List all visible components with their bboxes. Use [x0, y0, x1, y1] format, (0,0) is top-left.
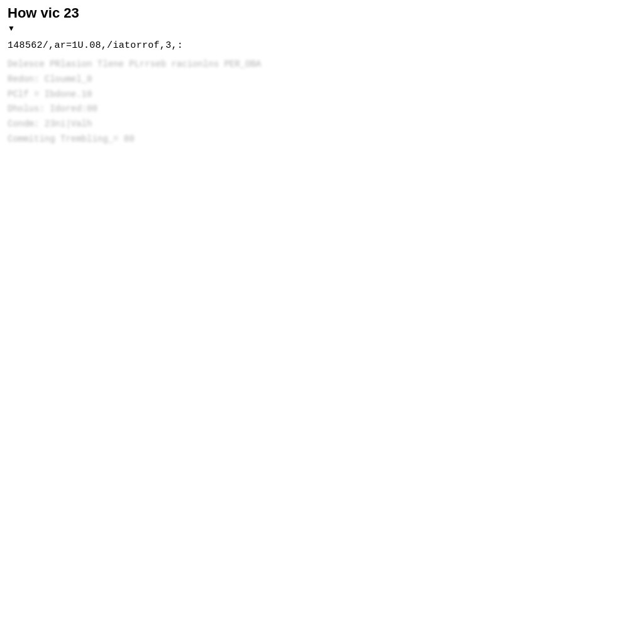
detail-line-3: PClf = Ibdone.10	[8, 87, 636, 103]
detail-line-1: Delesce PRlasion Tlene PLrrseb racionlns…	[8, 57, 636, 72]
page-title: How vic 23	[8, 5, 636, 21]
detail-line-4: Dholus: Idored:00	[8, 102, 636, 117]
detail-line-6: Commiting Trembling_= 80	[8, 132, 636, 147]
detail-line-5: Condm: 23ni|Valh	[8, 117, 636, 132]
dropdown-arrow[interactable]: ▼	[8, 24, 636, 33]
detail-line-2: Redon: Cloumel_0	[8, 72, 636, 87]
code-line: 148562/,ar=1U.08,/iatorrof,3,:	[8, 40, 636, 51]
detail-block: Delesce PRlasion Tlene PLrrseb racionlns…	[8, 57, 636, 147]
